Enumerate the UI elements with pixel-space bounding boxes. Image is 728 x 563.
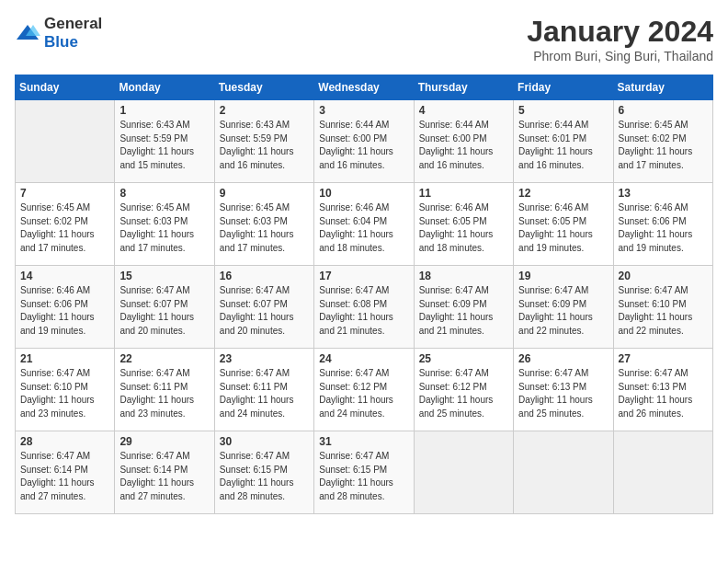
day-number: 20 [619, 270, 708, 282]
day-number: 30 [220, 435, 309, 448]
day-number: 21 [20, 352, 109, 365]
calendar-cell [16, 100, 115, 183]
day-number: 27 [619, 352, 708, 365]
day-info: Sunrise: 6:47 AMSunset: 6:07 PMDaylight:… [220, 284, 309, 338]
day-number: 31 [319, 435, 408, 448]
calendar-cell: 5Sunrise: 6:44 AMSunset: 6:01 PMDaylight… [514, 100, 613, 183]
day-number: 23 [220, 352, 309, 365]
calendar-cell: 7Sunrise: 6:45 AMSunset: 6:02 PMDaylight… [16, 183, 115, 266]
calendar-cell: 21Sunrise: 6:47 AMSunset: 6:10 PMDayligh… [16, 349, 115, 431]
logo-blue: Blue [44, 33, 78, 51]
calendar-cell: 9Sunrise: 6:45 AMSunset: 6:03 PMDaylight… [214, 183, 313, 266]
day-info: Sunrise: 6:47 AMSunset: 6:11 PMDaylight:… [119, 367, 209, 420]
calendar-week-row: 1Sunrise: 6:43 AMSunset: 5:59 PMDaylight… [16, 100, 713, 183]
day-number: 28 [20, 435, 109, 448]
day-info: Sunrise: 6:46 AMSunset: 6:06 PMDaylight:… [20, 284, 109, 338]
calendar-cell: 6Sunrise: 6:45 AMSunset: 6:02 PMDaylight… [613, 100, 712, 183]
calendar-cell [514, 431, 613, 514]
day-number: 4 [419, 104, 508, 117]
calendar-cell: 29Sunrise: 6:47 AMSunset: 6:14 PMDayligh… [115, 431, 214, 514]
day-number: 9 [220, 187, 309, 200]
day-number: 10 [319, 187, 408, 200]
day-number: 24 [319, 352, 408, 365]
day-info: Sunrise: 6:46 AMSunset: 6:06 PMDaylight:… [619, 201, 708, 255]
calendar-cell: 3Sunrise: 6:44 AMSunset: 6:00 PMDaylight… [314, 100, 414, 183]
logo: General Blue [15, 15, 102, 52]
day-number: 3 [319, 104, 408, 117]
day-number: 17 [319, 270, 408, 282]
calendar-cell: 2Sunrise: 6:43 AMSunset: 5:59 PMDaylight… [214, 100, 313, 183]
day-info: Sunrise: 6:45 AMSunset: 6:03 PMDaylight:… [220, 201, 309, 255]
calendar-cell: 22Sunrise: 6:47 AMSunset: 6:11 PMDayligh… [115, 349, 214, 431]
day-of-week-monday: Monday [115, 75, 214, 100]
calendar-cell: 16Sunrise: 6:47 AMSunset: 6:07 PMDayligh… [214, 266, 313, 349]
day-number: 6 [619, 104, 708, 117]
day-of-week-tuesday: Tuesday [214, 75, 313, 100]
day-number: 18 [419, 270, 508, 282]
day-number: 11 [419, 187, 508, 200]
day-info: Sunrise: 6:47 AMSunset: 6:13 PMDaylight:… [518, 367, 608, 420]
day-info: Sunrise: 6:44 AMSunset: 6:00 PMDaylight:… [319, 119, 408, 172]
day-info: Sunrise: 6:44 AMSunset: 6:00 PMDaylight:… [419, 119, 508, 172]
day-info: Sunrise: 6:47 AMSunset: 6:15 PMDaylight:… [220, 450, 309, 503]
day-number: 22 [119, 352, 209, 365]
calendar-cell: 23Sunrise: 6:47 AMSunset: 6:11 PMDayligh… [214, 349, 313, 431]
day-info: Sunrise: 6:44 AMSunset: 6:01 PMDaylight:… [518, 119, 608, 172]
calendar-week-row: 14Sunrise: 6:46 AMSunset: 6:06 PMDayligh… [16, 266, 713, 349]
logo-icon [15, 23, 40, 43]
day-info: Sunrise: 6:43 AMSunset: 5:59 PMDaylight:… [220, 119, 309, 172]
day-of-week-sunday: Sunday [16, 75, 115, 100]
logo-general: General [44, 15, 102, 32]
day-number: 25 [419, 352, 508, 365]
calendar-cell: 18Sunrise: 6:47 AMSunset: 6:09 PMDayligh… [414, 266, 513, 349]
calendar-header-row: SundayMondayTuesdayWednesdayThursdayFrid… [16, 75, 713, 100]
calendar-cell: 8Sunrise: 6:45 AMSunset: 6:03 PMDaylight… [115, 183, 214, 266]
calendar-week-row: 7Sunrise: 6:45 AMSunset: 6:02 PMDaylight… [16, 183, 713, 266]
day-info: Sunrise: 6:46 AMSunset: 6:04 PMDaylight:… [319, 201, 408, 255]
day-info: Sunrise: 6:47 AMSunset: 6:09 PMDaylight:… [518, 284, 608, 338]
day-info: Sunrise: 6:47 AMSunset: 6:09 PMDaylight:… [419, 284, 508, 338]
calendar-cell: 10Sunrise: 6:46 AMSunset: 6:04 PMDayligh… [314, 183, 414, 266]
day-number: 19 [518, 270, 608, 282]
calendar-week-row: 21Sunrise: 6:47 AMSunset: 6:10 PMDayligh… [16, 349, 713, 431]
calendar-cell [613, 431, 712, 514]
day-info: Sunrise: 6:45 AMSunset: 6:02 PMDaylight:… [20, 201, 109, 255]
title-area: January 2024 Phrom Buri, Sing Buri, Thai… [527, 15, 713, 63]
day-info: Sunrise: 6:47 AMSunset: 6:13 PMDaylight:… [619, 367, 708, 420]
day-info: Sunrise: 6:46 AMSunset: 6:05 PMDaylight:… [419, 201, 508, 255]
calendar-cell: 15Sunrise: 6:47 AMSunset: 6:07 PMDayligh… [115, 266, 214, 349]
calendar-cell: 19Sunrise: 6:47 AMSunset: 6:09 PMDayligh… [514, 266, 613, 349]
calendar-cell: 28Sunrise: 6:47 AMSunset: 6:14 PMDayligh… [16, 431, 115, 514]
day-number: 1 [119, 104, 209, 117]
day-info: Sunrise: 6:47 AMSunset: 6:11 PMDaylight:… [220, 367, 309, 420]
calendar-cell: 1Sunrise: 6:43 AMSunset: 5:59 PMDaylight… [115, 100, 214, 183]
day-info: Sunrise: 6:47 AMSunset: 6:08 PMDaylight:… [319, 284, 408, 338]
calendar-cell: 20Sunrise: 6:47 AMSunset: 6:10 PMDayligh… [613, 266, 712, 349]
month-title: January 2024 [527, 15, 713, 49]
day-number: 15 [119, 270, 209, 282]
day-number: 13 [619, 187, 708, 200]
calendar-cell: 27Sunrise: 6:47 AMSunset: 6:13 PMDayligh… [613, 349, 712, 431]
header: General Blue January 2024 Phrom Buri, Si… [15, 15, 713, 63]
day-info: Sunrise: 6:45 AMSunset: 6:02 PMDaylight:… [619, 119, 708, 172]
day-info: Sunrise: 6:47 AMSunset: 6:12 PMDaylight:… [319, 367, 408, 420]
day-info: Sunrise: 6:47 AMSunset: 6:14 PMDaylight:… [20, 450, 109, 503]
calendar-cell: 24Sunrise: 6:47 AMSunset: 6:12 PMDayligh… [314, 349, 414, 431]
day-number: 8 [119, 187, 209, 200]
day-number: 29 [119, 435, 209, 448]
calendar-cell: 4Sunrise: 6:44 AMSunset: 6:00 PMDaylight… [414, 100, 513, 183]
day-of-week-thursday: Thursday [414, 75, 513, 100]
day-number: 5 [518, 104, 608, 117]
day-of-week-saturday: Saturday [613, 75, 712, 100]
calendar-cell: 17Sunrise: 6:47 AMSunset: 6:08 PMDayligh… [314, 266, 414, 349]
calendar-cell: 11Sunrise: 6:46 AMSunset: 6:05 PMDayligh… [414, 183, 513, 266]
day-info: Sunrise: 6:47 AMSunset: 6:07 PMDaylight:… [119, 284, 209, 338]
day-number: 26 [518, 352, 608, 365]
day-info: Sunrise: 6:45 AMSunset: 6:03 PMDaylight:… [119, 201, 209, 255]
calendar-cell: 25Sunrise: 6:47 AMSunset: 6:12 PMDayligh… [414, 349, 513, 431]
day-info: Sunrise: 6:47 AMSunset: 6:15 PMDaylight:… [319, 450, 408, 503]
day-number: 16 [220, 270, 309, 282]
day-number: 14 [20, 270, 109, 282]
day-number: 2 [220, 104, 309, 117]
day-info: Sunrise: 6:47 AMSunset: 6:14 PMDaylight:… [119, 450, 209, 503]
